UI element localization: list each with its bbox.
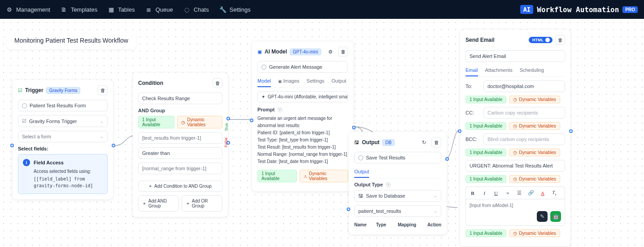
cc-input[interactable]: Carbon copy recipients: [483, 107, 565, 119]
tab-settings[interactable]: Settings: [307, 76, 325, 87]
ol-icon[interactable]: ≡: [505, 190, 511, 196]
color-icon[interactable]: A: [540, 190, 546, 196]
tab-images[interactable]: ▣ Images: [278, 76, 300, 87]
nav-templates[interactable]: 🗎Templates: [61, 6, 97, 13]
column-headers: Name Type Mapping Action: [354, 221, 441, 229]
port-in[interactable]: [458, 129, 461, 133]
italic-icon[interactable]: I: [481, 190, 487, 196]
input-available-pill[interactable]: 1 Input Available: [466, 175, 506, 183]
input-available-pill[interactable]: 1 Input Available: [466, 96, 506, 103]
port-in[interactable]: [250, 119, 253, 122]
editor-body[interactable]: [Input from aiModel-1] ✎ 🤖: [466, 199, 565, 226]
underline-icon[interactable]: U: [493, 190, 499, 196]
condition-field-2[interactable]: [normal_range from trigger-1]: [138, 163, 222, 174]
prompt-textarea[interactable]: Generate an urgent alert message for abn…: [257, 115, 348, 165]
input-available-pill[interactable]: 1 Input Available: [466, 122, 506, 130]
nav-label: Settings: [230, 6, 251, 13]
output-name-input[interactable]: Save Test Results: [354, 152, 441, 163]
ai-model-node[interactable]: ▣ AI Model GPT-4o-mini ⚙ 🗑 Generate Aler…: [252, 41, 353, 191]
input-available-pill[interactable]: 1 Input Available: [257, 170, 297, 182]
link-icon[interactable]: 🔗: [528, 190, 534, 196]
condition-node[interactable]: True False Condition 🗑 Check Results Ran…: [133, 73, 228, 217]
tab-model[interactable]: Model: [257, 76, 271, 87]
email-node[interactable]: Send Email HTML 🗑 Send Alert Email Email…: [460, 30, 570, 246]
trigger-node[interactable]: ☑ Trigger Gravity Forms 🗑 Patient Test R…: [13, 80, 113, 199]
workflow-canvas[interactable]: Monitoring Patient Test Results Workflow…: [0, 19, 644, 247]
output-node[interactable]: 🖫 Output DB ↻ 🗑 Save Test Results Output…: [349, 132, 447, 234]
dynamic-vars-pill[interactable]: Dynamic Variables: [300, 170, 348, 182]
port-out[interactable]: [112, 144, 115, 147]
delete-button[interactable]: 🗑: [98, 85, 108, 95]
table-select[interactable]: patient_test_results ⌄: [354, 205, 441, 217]
dynamic-vars-pill[interactable]: Dynamic Variables: [509, 96, 560, 103]
tab-email[interactable]: Email: [466, 66, 478, 76]
and-group-label: AND Group: [138, 108, 222, 113]
html-toggle[interactable]: HTML: [529, 37, 553, 43]
ai-assist-button[interactable]: 🤖: [550, 211, 561, 222]
port-in[interactable]: [10, 144, 14, 147]
condition-name-input[interactable]: Check Results Range: [138, 93, 222, 104]
delete-button[interactable]: 🗑: [338, 47, 348, 57]
node-badge: Gravity Forms: [46, 87, 81, 94]
bold-icon[interactable]: B: [470, 190, 476, 196]
delete-button[interactable]: 🗑: [213, 78, 222, 88]
dynamic-vars-pill[interactable]: Dynamic Variables: [509, 122, 560, 130]
image-icon: ▣: [278, 79, 283, 84]
clear-icon[interactable]: Tx: [551, 190, 557, 196]
input-available-pill[interactable]: 1 Input Available: [466, 229, 506, 237]
dynamic-vars-pill[interactable]: Dynamic Variables: [177, 116, 222, 128]
tab-scheduling[interactable]: Scheduling: [520, 66, 544, 76]
nav-settings[interactable]: 🔧Settings: [220, 6, 251, 13]
tab-attachments[interactable]: Attachments: [485, 66, 513, 76]
input-value: Check Results Range: [142, 96, 190, 101]
condition-field-1[interactable]: [test_results from trigger-1]: [138, 132, 222, 144]
delete-button[interactable]: 🗑: [555, 35, 565, 45]
trigger-type-select[interactable]: ☑Gravity Forms Trigger ⌄: [18, 115, 108, 127]
nav-queue[interactable]: ≣Queue: [146, 6, 173, 13]
operator-value: Greater than: [142, 150, 170, 156]
sparkle-icon: [261, 94, 265, 99]
email-name-input[interactable]: Send Alert Email: [466, 50, 565, 62]
port-in[interactable]: [347, 207, 350, 211]
fields-label: Select fields:: [18, 146, 108, 151]
ai-name-input[interactable]: Generate Alert Message: [257, 61, 348, 73]
gear-icon: ⚙: [6, 6, 13, 13]
ul-icon[interactable]: ☰: [516, 190, 522, 196]
dynamic-vars-pill[interactable]: Dynamic Variables: [509, 229, 560, 237]
port-true[interactable]: [226, 117, 230, 120]
subject-input[interactable]: URGENT: Abnormal Test Results Alert: [466, 160, 565, 172]
node-header: Send Email HTML 🗑: [466, 35, 565, 45]
add-or-button[interactable]: +Add OR Group: [182, 195, 222, 212]
input-available-pill[interactable]: 1 Input Available: [466, 149, 506, 156]
add-condition-button[interactable]: +Add Condition to AND Group: [138, 181, 222, 192]
delete-button[interactable]: 🗑: [431, 137, 441, 147]
port-out[interactable]: [352, 126, 356, 129]
settings-button[interactable]: ⚙: [326, 47, 335, 57]
dynamic-vars-pill[interactable]: Dynamic Variables: [509, 149, 560, 156]
input-available-pill[interactable]: 1 Input Available: [138, 116, 174, 128]
chat-icon: ◌: [184, 6, 190, 13]
to-input[interactable]: doctor@hospital.com: [483, 80, 565, 92]
nav-tables[interactable]: ▦Tables: [108, 6, 135, 13]
form-select[interactable]: Select a form ⌄: [18, 131, 108, 142]
add-and-button[interactable]: +Add AND Group: [138, 195, 179, 212]
dynamic-vars-pill[interactable]: Dynamic Variables: [509, 175, 560, 183]
port-out[interactable]: [569, 129, 573, 133]
nav-management[interactable]: ⚙Management: [6, 6, 50, 13]
history-button[interactable]: ↻: [419, 137, 429, 147]
bcc-input[interactable]: Blind carbon copy recipients: [483, 133, 565, 145]
trigger-name-input[interactable]: Patient Test Results Form: [18, 100, 108, 111]
col-mapping: Mapping: [398, 222, 420, 227]
insert-button[interactable]: ✎: [537, 211, 548, 222]
col-name: Name: [354, 222, 376, 227]
tab-output[interactable]: Output: [331, 76, 346, 87]
input-value: Save Test Results: [366, 155, 405, 160]
model-select[interactable]: GPT-4o-mini (Affordable, intelligent sma…: [257, 91, 348, 102]
tab-output[interactable]: Output: [354, 167, 369, 178]
robot-icon: 🤖: [553, 213, 559, 220]
condition-operator[interactable]: Greater than: [138, 147, 222, 159]
clock-icon: [513, 231, 517, 236]
nav-chats[interactable]: ◌Chats: [184, 6, 209, 13]
port-out[interactable]: [445, 157, 449, 161]
output-type-select[interactable]: 🖫Save to Database ⌄: [354, 190, 441, 202]
